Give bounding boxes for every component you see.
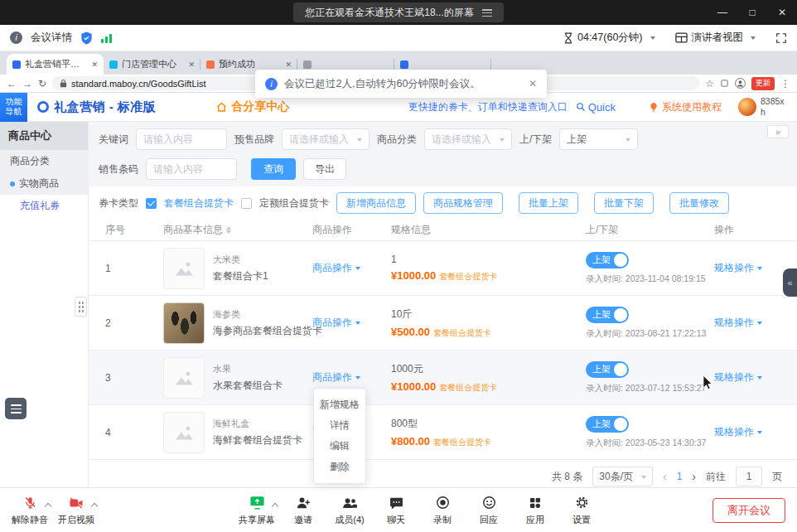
apps-button[interactable]: 应用 — [512, 495, 558, 526]
filter-zone: 关键词 预售品牌 请选择或输入 商品分类 请选择或输入 上/下架 上架 销售条码… — [89, 122, 797, 186]
update-badge[interactable]: 更新 — [751, 77, 775, 90]
meeting-details-button[interactable]: 会议详情 — [31, 31, 72, 45]
card-type-tag: 套餐组合提货卡 — [439, 383, 497, 392]
layout-toggle-icon[interactable] — [482, 9, 492, 17]
batch-edit-button[interactable]: 批量修改 — [669, 192, 729, 214]
floating-list-button[interactable] — [5, 398, 27, 419]
keyword-input[interactable] — [136, 128, 227, 150]
shelf-select[interactable]: 上架 — [559, 128, 638, 150]
add-product-button[interactable]: 新增商品信息 — [336, 192, 416, 214]
bullet-dot-icon — [10, 181, 15, 186]
menu-item-add-spec[interactable]: 新增规格 — [314, 394, 365, 415]
forward-icon[interactable]: → — [22, 78, 32, 89]
back-icon[interactable]: ← — [7, 78, 17, 89]
browser-menu-icon[interactable]: ⋮ — [780, 78, 790, 89]
product-op-link[interactable]: 商品操作 — [312, 316, 360, 330]
minimize-button[interactable]: — — [708, 0, 737, 25]
price: ¥1000.00 — [391, 380, 436, 393]
leave-meeting-button[interactable]: 离开会议 — [712, 498, 785, 523]
record-label: 录制 — [433, 514, 452, 526]
checkbox-combo-card-label[interactable]: 套餐组合提货卡 — [164, 196, 234, 210]
shelf-value: 上架 — [567, 133, 587, 147]
table-row: 3 水果水果套餐组合卡 商品操作 1000元¥1000.00套餐组合提货卡 上架… — [89, 351, 797, 405]
sidebar-item-goods-category[interactable]: 商品分类 — [0, 150, 88, 172]
product-name: 海鲜套餐组合提货卡 — [213, 433, 302, 447]
search-button[interactable]: 查询 — [251, 158, 296, 180]
page-size-select[interactable]: 30条/页 — [592, 467, 653, 486]
table-row: 4 海鲜礼盒海鲜套餐组合提货卡 商品操作 800型¥800.00套餐组合提货卡 … — [89, 405, 797, 460]
settings-button[interactable]: 设置 — [558, 495, 605, 526]
function-nav-badge[interactable]: 功能导航 — [0, 93, 27, 122]
record-button[interactable]: 录制 — [419, 495, 466, 526]
page-number[interactable]: 1 — [677, 471, 683, 482]
product-op-link-open[interactable]: 商品操作 — [312, 370, 360, 384]
menu-item-detail[interactable]: 详情 — [314, 415, 365, 436]
chevron-up-icon[interactable] — [272, 502, 278, 509]
brand-select[interactable]: 请选择或输入 — [282, 128, 370, 150]
shelf-toggle[interactable]: 上架 — [586, 416, 629, 433]
barcode-input[interactable] — [146, 158, 237, 180]
sidebar-item-gift-voucher[interactable]: 充值礼券 — [0, 195, 88, 217]
tab-store-admin[interactable]: 门店管理中心 ✕ — [104, 54, 200, 75]
chat-button[interactable]: 聊天 — [373, 495, 419, 526]
meeting-screen-share-window: 您正在观看金禾通技术王斌18...的屏幕 — □ ✕ i 会议详情 04:47(… — [0, 0, 797, 532]
checkbox-fixed-card-label[interactable]: 定额组合提货卡 — [259, 196, 329, 210]
category-select[interactable]: 请选择或输入 — [424, 128, 512, 150]
shelf-toggle[interactable]: 上架 — [586, 307, 629, 323]
quick-search-link[interactable]: Quick — [576, 101, 616, 114]
sidebar-item-label: 实物商品 — [19, 177, 59, 191]
view-mode-selector[interactable]: 演讲者视图 — [675, 31, 756, 45]
tab-close-icon[interactable]: ✕ — [188, 60, 195, 69]
chevron-up-icon[interactable] — [91, 502, 98, 509]
next-page-icon[interactable]: › — [692, 470, 696, 483]
goto-page-input[interactable] — [736, 467, 762, 486]
table-row: 2 海参类海参商品套餐组合提货卡 商品操作 10斤¥500.00套餐组合提货卡 … — [89, 296, 797, 351]
user-menu[interactable]: 8385xh — [738, 96, 787, 117]
product-info: 海参类海参商品套餐组合提货卡 — [153, 302, 302, 344]
members-button[interactable]: 成员(4) — [326, 495, 373, 526]
extension-icon[interactable] — [720, 79, 729, 88]
sort-icon[interactable] — [226, 224, 231, 236]
checkbox-fixed-card-unchecked[interactable] — [241, 198, 252, 209]
sidebar-item-physical-goods[interactable]: 实物商品 — [0, 172, 88, 195]
product-op-link[interactable]: 商品操作 — [312, 261, 360, 275]
prev-page-icon[interactable]: ‹ — [663, 470, 667, 483]
tab-close-icon[interactable]: ✕ — [285, 60, 292, 69]
spec-op-link[interactable]: 规格操作 — [714, 316, 762, 330]
menu-item-edit[interactable]: 编辑 — [314, 436, 365, 457]
muted-mic-icon — [23, 496, 37, 510]
shelf-toggle[interactable]: 上架 — [586, 361, 629, 378]
unmute-button[interactable]: 解除静音 — [7, 495, 53, 526]
toast-close-icon[interactable]: ✕ — [529, 78, 537, 89]
collapse-panel-button[interactable]: » — [767, 125, 789, 138]
side-drawer-handle[interactable]: « — [783, 268, 797, 297]
spec-op-link[interactable]: 规格操作 — [714, 425, 762, 439]
share-center-link[interactable]: 合分享中心 — [215, 99, 289, 114]
fullscreen-icon[interactable] — [775, 32, 787, 44]
spec-op-link[interactable]: 规格操作 — [714, 261, 762, 275]
drag-handle[interactable] — [75, 297, 87, 317]
profile-icon[interactable] — [735, 78, 746, 89]
bookmark-star-icon[interactable]: ☆ — [705, 78, 714, 89]
reactions-button[interactable]: 回应 — [466, 495, 512, 526]
export-button[interactable]: 导出 — [303, 158, 346, 180]
share-screen-button[interactable]: 共享屏幕 — [234, 495, 280, 526]
start-video-button[interactable]: 开启视频 — [53, 495, 99, 526]
spec-op-link[interactable]: 规格操作 — [714, 370, 762, 384]
chevron-up-icon[interactable] — [45, 502, 51, 509]
close-button[interactable]: ✕ — [767, 0, 797, 25]
checkbox-combo-card-checked[interactable] — [146, 198, 157, 209]
menu-item-delete[interactable]: 删除 — [314, 457, 365, 477]
category-label: 商品分类 — [377, 133, 417, 147]
reload-icon[interactable]: ↻ — [38, 78, 46, 89]
batch-onshelf-button[interactable]: 批量上架 — [519, 192, 578, 214]
invite-button[interactable]: 邀请 — [280, 495, 326, 526]
meeting-timer[interactable]: 04:47(60分钟) — [563, 31, 655, 45]
shelf-toggle[interactable]: 上架 — [586, 252, 629, 268]
tutorial-link[interactable]: 系统使用教程 — [649, 100, 722, 114]
spec-manage-button[interactable]: 商品规格管理 — [423, 192, 503, 214]
maximize-button[interactable]: □ — [737, 0, 767, 25]
tab-close-icon[interactable]: ✕ — [91, 60, 98, 69]
batch-offshelf-button[interactable]: 批量下架 — [594, 192, 654, 214]
tab-gift-admin[interactable]: 礼盒营销平台管理中心 ✕ — [7, 54, 104, 75]
